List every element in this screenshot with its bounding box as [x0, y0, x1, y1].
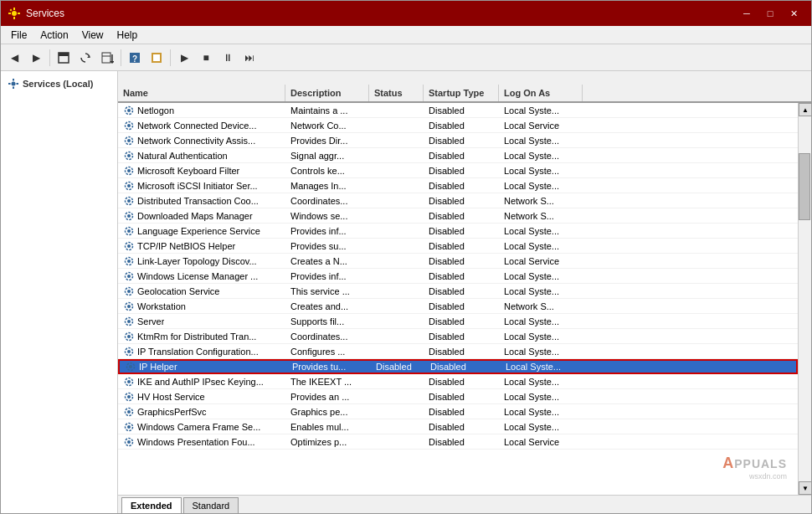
col-header-startup[interactable]: Startup Type — [424, 85, 499, 101]
menu-action[interactable]: Action — [33, 28, 75, 43]
service-status-cell: Disabled — [371, 361, 425, 373]
service-startup-cell: Disabled — [424, 391, 499, 403]
app-icon — [8, 7, 21, 20]
table-row[interactable]: IP Helper Provides tu... Disabled Disabl… — [118, 359, 798, 374]
table-row[interactable]: Network Connected Device... Network Co..… — [118, 118, 798, 133]
col-header-status[interactable]: Status — [369, 85, 424, 101]
table-row[interactable]: Network Connectivity Assis... Provides D… — [118, 133, 798, 148]
pause-button[interactable]: ⏸ — [218, 48, 238, 68]
col-header-logon[interactable]: Log On As — [499, 85, 583, 101]
service-gear-icon — [123, 225, 135, 237]
service-gear-icon — [123, 210, 135, 222]
table-row[interactable]: IP Translation Configuration... Configur… — [118, 344, 798, 359]
service-status-cell — [369, 185, 424, 187]
table-row[interactable]: Distributed Transaction Coo... Coordinat… — [118, 193, 798, 208]
service-logon-cell: Network S... — [499, 301, 583, 312]
table-row[interactable]: Downloaded Maps Manager Windows se... Di… — [118, 208, 798, 224]
service-logon-cell: Local Syste... — [499, 421, 583, 433]
service-gear-icon — [123, 376, 135, 388]
table-row[interactable]: Natural Authentication Signal aggr... Di… — [118, 148, 798, 163]
table-row[interactable]: Microsoft Keyboard Filter Controls ke...… — [118, 163, 798, 178]
service-name-cell: IP Translation Configuration... — [118, 345, 285, 358]
service-logon-cell: Local Syste... — [499, 150, 583, 162]
services-list[interactable]: Netlogon Maintains a ... Disabled Local … — [118, 103, 798, 495]
service-startup-cell: Disabled — [424, 331, 499, 342]
table-row[interactable]: KtmRm for Distributed Tran... Coordinate… — [118, 329, 798, 344]
svg-point-64 — [127, 425, 131, 429]
table-row[interactable]: Language Experience Service Provides inf… — [118, 224, 798, 239]
maximize-button[interactable]: □ — [759, 5, 781, 22]
table-row[interactable]: IKE and AuthIP IPsec Keying... The IKEEX… — [118, 374, 798, 389]
table-row[interactable]: Geolocation Service This service ... Dis… — [118, 284, 798, 299]
start-button[interactable]: ▶ — [174, 48, 194, 68]
service-desc-cell: Enables mul... — [285, 421, 369, 433]
window-title: Services — [26, 8, 64, 19]
service-gear-icon — [123, 316, 135, 327]
service-status-cell — [369, 290, 424, 292]
table-row[interactable]: TCP/IP NetBIOS Helper Provides su... Dis… — [118, 239, 798, 254]
service-startup-cell: Disabled — [424, 270, 499, 282]
restart-button[interactable]: ⏭ — [239, 48, 260, 68]
service-gear-icon — [123, 135, 135, 146]
service-name-cell: Microsoft Keyboard Filter — [118, 164, 285, 177]
snap-button[interactable] — [146, 48, 167, 68]
minimize-button[interactable]: ─ — [736, 5, 758, 22]
service-gear-icon — [123, 240, 135, 252]
scroll-up-button[interactable]: ▲ — [799, 103, 811, 116]
col-header-description[interactable]: Description — [285, 85, 369, 101]
service-status-cell — [369, 275, 424, 277]
service-logon-cell: Local Syste... — [499, 135, 583, 146]
service-logon-cell: Local Syste... — [499, 285, 583, 297]
service-logon-cell: Local Syste... — [499, 406, 583, 418]
table-row[interactable]: GraphicsPerfSvc Graphics pe... Disabled … — [118, 404, 798, 419]
service-startup-cell: Disabled — [424, 421, 499, 433]
scroll-down-button[interactable]: ▼ — [799, 481, 811, 495]
service-startup-cell: Disabled — [425, 361, 501, 373]
service-logon-cell: Local Service — [499, 436, 583, 448]
service-gear-icon — [123, 105, 135, 116]
menu-view[interactable]: View — [75, 28, 110, 43]
table-row[interactable]: Link-Layer Topology Discov... Creates a … — [118, 254, 798, 269]
scrollbar-thumb[interactable] — [799, 153, 810, 220]
refresh-button[interactable] — [75, 48, 95, 68]
service-logon-cell: Local Syste... — [499, 331, 583, 342]
service-logon-cell: Local Syste... — [499, 180, 583, 192]
service-status-cell — [369, 381, 424, 383]
service-startup-cell: Disabled — [424, 285, 499, 297]
svg-rect-20 — [8, 83, 11, 85]
table-row[interactable]: Windows Camera Frame Se... Enables mul..… — [118, 419, 798, 434]
svg-rect-21 — [17, 83, 19, 85]
table-row[interactable]: Workstation Creates and... Disabled Netw… — [118, 299, 798, 314]
service-name-cell: Natural Authentication — [118, 149, 285, 162]
table-row[interactable]: HV Host Service Provides an ... Disabled… — [118, 389, 798, 404]
menu-file[interactable]: File — [4, 28, 33, 43]
tab-extended[interactable]: Extended — [121, 497, 182, 513]
toolbar-separator-1 — [49, 49, 50, 66]
close-button[interactable]: ✕ — [783, 5, 804, 22]
service-name-cell: Geolocation Service — [118, 285, 285, 298]
service-name-cell: Workstation — [118, 300, 285, 313]
stop-button[interactable]: ■ — [196, 48, 216, 68]
table-row[interactable]: Netlogon Maintains a ... Disabled Local … — [118, 103, 798, 118]
table-row[interactable]: Windows Presentation Fou... Optimizes p.… — [118, 434, 798, 450]
table-row[interactable]: Windows License Manager ... Provides inf… — [118, 269, 798, 284]
title-bar: Services ─ □ ✕ — [1, 1, 811, 26]
title-bar-left: Services — [8, 7, 64, 20]
export-button[interactable] — [97, 48, 117, 68]
table-row[interactable]: Server Supports fil... Disabled Local Sy… — [118, 314, 798, 329]
service-desc-cell: Provides inf... — [285, 270, 369, 282]
col-header-name[interactable]: Name — [118, 85, 285, 101]
back-button[interactable]: ◀ — [4, 48, 24, 68]
service-startup-cell: Disabled — [424, 240, 499, 252]
table-row[interactable]: Microsoft iSCSI Initiator Ser... Manages… — [118, 178, 798, 193]
service-gear-icon — [123, 285, 135, 297]
tab-standard[interactable]: Standard — [183, 497, 239, 513]
service-logon-cell: Local Syste... — [501, 361, 584, 373]
svg-point-38 — [127, 229, 131, 233]
show-hide-button[interactable] — [54, 48, 74, 68]
menu-help[interactable]: Help — [110, 28, 145, 43]
service-gear-icon — [123, 406, 135, 418]
service-startup-cell: Disabled — [424, 165, 499, 177]
forward-button[interactable]: ▶ — [26, 48, 46, 68]
help-button[interactable]: ? — [125, 48, 145, 68]
